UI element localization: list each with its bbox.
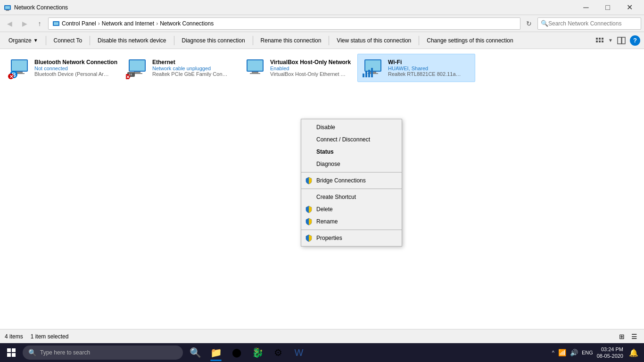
view-status-button[interactable]: View status of this connection — [332, 34, 416, 47]
tray-expand-icon[interactable]: ^ — [552, 350, 554, 355]
svg-rect-5 — [54, 22, 58, 25]
path-icon — [52, 20, 60, 27]
ctx-delete[interactable]: Delete — [301, 203, 402, 215]
ctx-status[interactable]: Status — [301, 146, 402, 158]
organize-button[interactable]: Organize ▼ — [4, 34, 43, 47]
status-view-controls: ⊞ ☰ — [617, 331, 639, 342]
wifi-desc: Realtek RTL8821CE 802.11ac PCIe ... — [388, 71, 463, 77]
view-chevron-icon: ▼ — [608, 38, 613, 43]
toolbar-separator-1 — [46, 36, 46, 45]
svg-rect-32 — [248, 60, 263, 71]
taskbar-search-icon: 🔍 — [28, 349, 36, 356]
back-button[interactable]: ◀ — [3, 17, 16, 30]
ctx-create-shortcut[interactable]: Create Shortcut — [301, 191, 402, 203]
disable-button[interactable]: Disable this network device — [93, 34, 171, 47]
virtualbox-icon-wrap — [244, 57, 266, 79]
ethernet-info: Ethernet Network cable unplugged Realtek… — [152, 59, 228, 77]
status-view-btn-1[interactable]: ⊞ — [617, 331, 627, 342]
address-path[interactable]: Control Panel › Network and Internet › N… — [48, 17, 520, 30]
toolbar-separator-4 — [253, 36, 253, 45]
close-button[interactable]: ✕ — [619, 0, 640, 15]
maximize-button[interactable]: □ — [597, 0, 619, 15]
ctx-rename[interactable]: Rename — [301, 215, 402, 228]
ctx-connect-disconnect[interactable]: Connect / Disconnect — [301, 133, 402, 146]
toolbar-separator-6 — [419, 36, 419, 45]
bluetooth-icon-wrap: B ✕ — [8, 57, 31, 79]
taskbar-app-explorer[interactable]: 📁 — [206, 343, 226, 362]
view-options-button[interactable] — [593, 34, 606, 47]
taskbar-apps: 🔍 📁 ⬤ 🐉 ⚙ W — [185, 343, 309, 362]
network-item-bluetooth[interactable]: B ✕ Bluetooth Network Connection Not con… — [4, 54, 122, 82]
network-item-wifi[interactable]: Wi-Fi HUAWEI, Shared Realtek RTL8821CE 8… — [357, 54, 475, 82]
ctx-sep-3 — [301, 230, 402, 230]
svg-rect-23 — [130, 60, 145, 71]
taskbar-app-browser2[interactable]: 🐉 — [247, 343, 268, 362]
ctx-disable[interactable]: Disable — [301, 121, 402, 133]
ctx-sep-2 — [301, 189, 402, 189]
search-input[interactable] — [548, 20, 638, 27]
svg-rect-6 — [596, 38, 598, 40]
window-title: Network Connections — [14, 4, 575, 11]
taskbar-browser2-icon: 🐉 — [252, 348, 264, 357]
ctx-sep-1 — [301, 172, 402, 173]
svg-rect-41 — [368, 70, 370, 77]
selected-count: 1 item selected — [31, 333, 69, 340]
virtualbox-info: VirtualBox Host-Only Network Enabled Vir… — [270, 59, 351, 77]
network-item-virtualbox[interactable]: VirtualBox Host-Only Network Enabled Vir… — [239, 54, 357, 82]
refresh-button[interactable]: ↻ — [522, 17, 536, 30]
connect-to-button[interactable]: Connect To — [49, 34, 87, 47]
tray-network-icon: 📶 — [558, 349, 566, 356]
notification-button[interactable]: 🔔 — [627, 343, 640, 362]
windows-icon — [7, 348, 16, 357]
help-button[interactable]: ? — [630, 35, 640, 46]
diagnose-button[interactable]: Diagnose this connection — [177, 34, 250, 47]
ethernet-status: Network cable unplugged — [152, 66, 228, 71]
taskbar-clock[interactable]: 03:24 PM 08-05-2020 — [597, 346, 623, 360]
toolbar: Organize ▼ Connect To Disable this netwo… — [0, 32, 644, 49]
forward-button[interactable]: ▶ — [18, 17, 31, 30]
title-bar: Network Connections ─ □ ✕ — [0, 0, 644, 15]
network-items-container: B ✕ Bluetooth Network Connection Not con… — [0, 49, 644, 87]
network-item-ethernet[interactable]: ✕ Ethernet Network cable unplugged Realt… — [122, 54, 239, 82]
taskbar-app-settings[interactable]: ⚙ — [268, 343, 289, 362]
ctx-properties[interactable]: Properties — [301, 232, 402, 244]
preview-pane-button[interactable] — [615, 34, 628, 47]
clock-date: 08-05-2020 — [597, 353, 623, 359]
ctx-bridge[interactable]: Bridge Connections — [301, 174, 402, 187]
search-box[interactable]: 🔍 — [537, 17, 641, 30]
status-view-btn-2[interactable]: ☰ — [629, 331, 639, 342]
svg-rect-42 — [371, 68, 373, 77]
svg-rect-33 — [252, 72, 258, 73]
toolbar-separator-3 — [174, 36, 174, 45]
rename-shield-icon — [305, 218, 313, 225]
title-bar-icon — [4, 4, 11, 11]
toolbar-view-controls: ▼ ? — [593, 34, 640, 47]
taskbar-app-chrome[interactable]: ⬤ — [226, 343, 247, 362]
svg-rect-10 — [599, 41, 601, 42]
window-controls: ─ □ ✕ — [575, 0, 640, 15]
taskbar-app-search[interactable]: 🔍 — [185, 343, 206, 362]
minimize-button[interactable]: ─ — [575, 0, 597, 15]
taskbar-chrome-icon: ⬤ — [232, 348, 241, 357]
start-button[interactable] — [0, 343, 23, 362]
wifi-info: Wi-Fi HUAWEI, Shared Realtek RTL8821CE 8… — [388, 59, 463, 77]
wifi-network-icon — [362, 57, 384, 79]
taskbar-app-word[interactable]: W — [289, 343, 309, 362]
svg-text:✕: ✕ — [126, 74, 130, 79]
up-button[interactable]: ↑ — [33, 17, 46, 30]
organize-chevron-icon: ▼ — [33, 38, 38, 43]
svg-rect-28 — [131, 74, 132, 75]
bluetooth-status: Not connected — [34, 66, 117, 71]
ethernet-desc: Realtek PCIe GbE Family Controller — [152, 71, 228, 77]
bluetooth-network-icon: B ✕ — [8, 57, 31, 79]
change-settings-button[interactable]: Change settings of this connection — [422, 34, 518, 47]
taskbar-search[interactable]: 🔍 Type here to search — [23, 346, 183, 360]
rename-button[interactable]: Rename this connection — [256, 34, 326, 47]
bridge-shield-icon — [305, 177, 313, 184]
svg-rect-1 — [5, 6, 10, 9]
properties-shield-icon — [305, 234, 313, 242]
address-bar: ◀ ▶ ↑ Control Panel › Network and Intern… — [0, 15, 644, 32]
context-menu: Disable Connect / Disconnect Status Diag… — [301, 119, 402, 247]
ctx-diagnose[interactable]: Diagnose — [301, 158, 402, 170]
svg-rect-15 — [12, 60, 27, 71]
